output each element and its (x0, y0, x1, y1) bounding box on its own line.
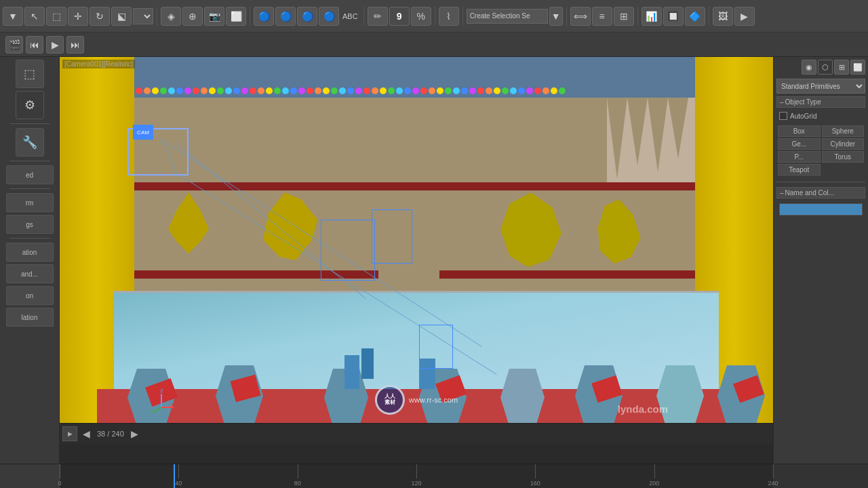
tick-label-240: 240 (768, 480, 778, 487)
stage-machine-7 (656, 365, 704, 426)
timeline-left-panel (0, 464, 60, 488)
mid-shelf-right (439, 270, 695, 279)
mat-btn[interactable]: 🔷 (685, 7, 705, 26)
play-btn[interactable]: ▶ (46, 36, 64, 54)
snap2-btn[interactable]: ⊕ (182, 7, 203, 26)
sidebar-icon-3[interactable]: 🔧 (16, 128, 44, 157)
graph-btn[interactable]: 📊 (642, 7, 662, 26)
select-btn[interactable]: ↖ (24, 7, 45, 26)
menu-dropdown-btn[interactable]: ▼ (3, 7, 23, 26)
sidebar-gs-btn[interactable]: gs (6, 215, 54, 234)
plane-btn[interactable]: P... (778, 151, 821, 163)
robot-selection-2 (372, 209, 412, 264)
svg-line-7 (153, 407, 161, 413)
viewport-btn[interactable]: ⬜ (226, 7, 246, 26)
magnet-btn4[interactable]: 🔵 (319, 7, 339, 26)
num-9: 9 (389, 7, 410, 26)
autogrid-checkbox[interactable] (779, 112, 787, 120)
sphere-btn[interactable]: Sphere (822, 125, 865, 137)
curve-btn[interactable]: ⌇ (439, 7, 459, 26)
sidebar-sep-2 (9, 161, 50, 161)
object-type-collapse-icon: – (780, 98, 784, 106)
bottom-timeline: 04080120160200240 (0, 464, 868, 488)
layer-btn[interactable]: ⊞ (614, 7, 634, 26)
blue-robot-2 (361, 348, 374, 379)
rotate-btn[interactable]: ↻ (90, 7, 110, 26)
camera-btn[interactable]: 📷 (204, 7, 224, 26)
skip-start-btn[interactable]: ⏮ (26, 36, 43, 54)
tick-mark (178, 464, 179, 479)
logo-url: www.rr-sc.com (409, 396, 458, 404)
separator-3 (363, 7, 364, 26)
magnet-btn1[interactable]: 🔵 (254, 7, 274, 26)
separator-8 (709, 7, 709, 26)
viewport-inner: CAM [Camera001][Realistic] (60, 57, 773, 443)
sidebar-lation-btn[interactable]: lation (6, 308, 54, 327)
top-shelf (134, 182, 695, 190)
standard-primitives-dropdown[interactable]: Standard Primitives (776, 79, 865, 94)
sidebar-on-btn[interactable]: on (6, 286, 54, 305)
name-color-header[interactable]: – Name and Col... (776, 187, 865, 199)
scene-canvas: CAM [Camera001][Realistic] (60, 57, 773, 443)
frame-display: 38 / 240 (93, 430, 128, 438)
magnet-btn2[interactable]: 🔵 (275, 7, 296, 26)
svg-text:Z: Z (160, 388, 163, 394)
name-color-label: Name and Col... (785, 189, 834, 197)
tick-label-200: 200 (649, 480, 659, 487)
mirror-btn[interactable]: ⟺ (570, 7, 591, 26)
object-type-header[interactable]: – Object Type (776, 96, 865, 108)
tick-mark (416, 464, 417, 479)
select-region-btn[interactable]: ⬚ (46, 7, 66, 26)
panel-icon-cube[interactable]: ⬡ (818, 60, 833, 75)
anim-icon[interactable]: 🎬 (5, 36, 23, 54)
snap-btn[interactable]: ◈ (161, 7, 181, 26)
render-btn1[interactable]: 🖼 (713, 7, 733, 26)
pencil-btn[interactable]: ✏ (368, 7, 388, 26)
tick-mark (298, 464, 298, 479)
timeline-next-btn[interactable]: ▶ (128, 428, 141, 439)
move-btn[interactable]: ✛ (68, 7, 88, 26)
camera-box: CAM (133, 125, 153, 140)
watermark-logo: 人人素材 www.rr-sc.com (375, 385, 458, 415)
sidebar-and-btn[interactable]: and... (6, 264, 54, 283)
cylinder-btn[interactable]: Cylinder (822, 138, 865, 150)
right-panel: ◉ ⬡ ⊞ ⬜ Standard Primitives – Object Typ… (773, 57, 868, 464)
tick-label-0: 0 (58, 480, 61, 487)
panel-icon-grid[interactable]: ⊞ (834, 60, 849, 75)
sidebar-rm-btn[interactable]: rm (6, 193, 54, 212)
main-area: ⬚ ⚙ 🔧 ed rm gs ation and... on lation (0, 57, 868, 464)
panel-icons-row: ◉ ⬡ ⊞ ⬜ (776, 60, 865, 76)
separator-1 (157, 7, 157, 26)
percent-btn[interactable]: % (411, 7, 431, 26)
sidebar-ed-btn[interactable]: ed (6, 165, 54, 184)
sidebar-icon-2[interactable]: ⚙ (16, 91, 44, 119)
panel-icon-render[interactable]: ⬜ (850, 60, 865, 75)
separator-2 (250, 7, 250, 26)
svg-text:X: X (170, 402, 174, 408)
panel-icon-sphere[interactable]: ◉ (802, 60, 816, 75)
stage-machine-5 (500, 369, 545, 426)
render-btn2[interactable]: ▶ (734, 7, 755, 26)
create-selection-arrow[interactable]: ▼ (549, 7, 563, 26)
color-swatch[interactable] (779, 203, 863, 216)
scale-btn[interactable]: ⬕ (111, 7, 132, 26)
geosphere-btn[interactable]: Ge... (778, 138, 821, 150)
sidebar-ation-btn[interactable]: ation (6, 243, 54, 262)
autogrid-label: AutoGrid (790, 113, 816, 120)
separator-7 (637, 7, 638, 26)
timeline-track[interactable]: 04080120160200240 (60, 464, 773, 488)
timeline-expand-btn[interactable]: ▶ (62, 426, 77, 441)
schematic-btn[interactable]: 🔲 (663, 7, 684, 26)
sidebar-icon-1[interactable]: ⬚ (16, 60, 44, 88)
skip-end-btn[interactable]: ⏭ (66, 36, 84, 54)
teapot-btn[interactable]: Teapot (778, 164, 821, 176)
align-btn[interactable]: ≡ (592, 7, 612, 26)
timeline-prev-btn[interactable]: ◀ (80, 428, 93, 439)
create-selection-field[interactable]: Create Selection Se (467, 9, 548, 24)
view-dropdown[interactable]: View (133, 8, 153, 24)
magnet-btn3[interactable]: 🔵 (297, 7, 317, 26)
torus-btn[interactable]: Torus (822, 151, 865, 163)
viewport[interactable]: CAM [Camera001][Realistic] (60, 57, 773, 464)
box-btn[interactable]: Box (778, 125, 821, 137)
tick-label-80: 80 (294, 480, 301, 487)
